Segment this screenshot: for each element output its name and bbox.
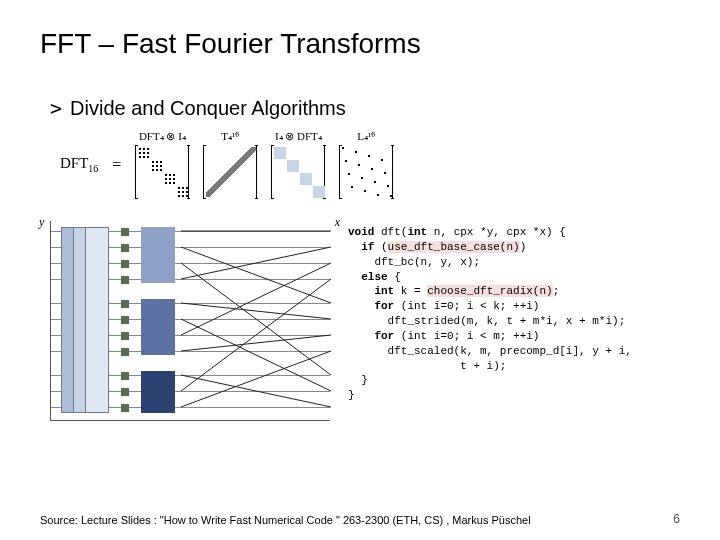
lower-row: y x — [50, 221, 680, 421]
matrix-label: T₄¹⁶ — [221, 130, 239, 143]
matrix-label: L₄¹⁶ — [357, 130, 375, 143]
matrix-label: DFT₄ ⊗ I₄ — [139, 130, 186, 143]
bullet-text: Divide and Conquer Algorithms — [70, 97, 346, 119]
butterfly-diagram: y x — [50, 221, 330, 421]
svg-line-10 — [181, 351, 331, 407]
matrix-icon — [271, 145, 325, 199]
bullet-line: >Divide and Conquer Algorithms — [50, 96, 680, 120]
svg-line-2 — [181, 263, 331, 375]
svg-line-7 — [181, 335, 331, 351]
equals-sign: = — [112, 156, 121, 174]
matrix-icon — [135, 145, 189, 199]
matrix-label: I₄ ⊗ DFT₄ — [275, 130, 322, 143]
matrix-factor-0: DFT₄ ⊗ I₄ — [135, 130, 189, 199]
svg-line-4 — [181, 303, 331, 319]
butterfly-lines — [181, 221, 331, 421]
equation-row: DFT16 = DFT₄ ⊗ I₄ T₄¹⁶ — [60, 130, 680, 199]
matrix-factor-3: L₄¹⁶ — [339, 130, 393, 199]
matrix-icon — [339, 145, 393, 199]
slide: FFT – Fast Fourier Transforms >Divide an… — [0, 0, 720, 540]
matrix-icon — [203, 145, 257, 199]
slide-title: FFT – Fast Fourier Transforms — [40, 28, 680, 60]
y-axis-label: y — [39, 215, 44, 230]
x-axis-label: x — [335, 215, 340, 230]
source-citation: Source: Lecture Slides : "How to Write F… — [40, 514, 531, 526]
matrix-factor-1: T₄¹⁶ — [203, 130, 257, 199]
svg-line-1 — [181, 247, 331, 303]
page-number: 6 — [673, 512, 680, 526]
svg-line-9 — [181, 279, 331, 391]
code-block: void dft(int n, cpx *y, cpx *x) { if (us… — [348, 225, 632, 403]
equation-lhs: DFT16 — [60, 155, 98, 174]
chevron-icon: > — [50, 96, 62, 120]
matrix-factor-2: I₄ ⊗ DFT₄ — [271, 130, 325, 199]
